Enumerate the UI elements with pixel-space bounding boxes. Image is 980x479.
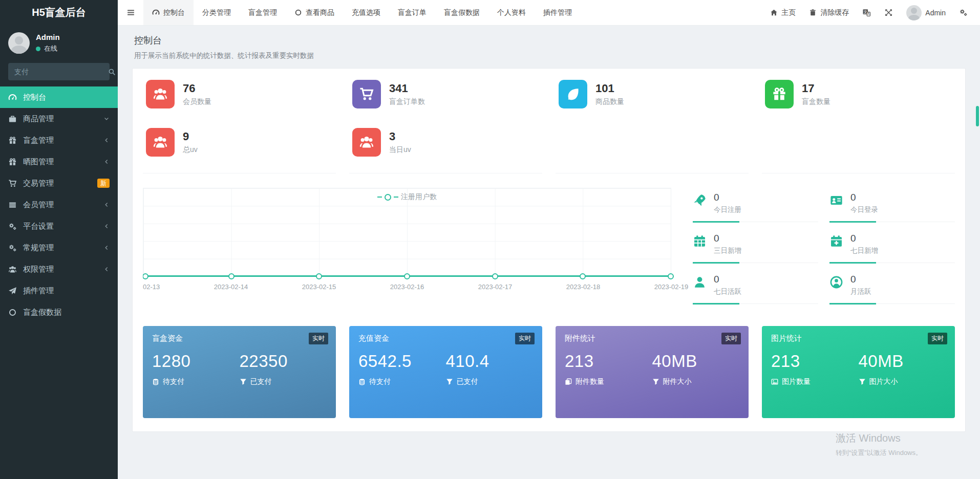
list-icon [8, 201, 17, 209]
sidebar-item-permission-management[interactable]: 权限管理 [0, 258, 118, 280]
mini-stat-seven-day-new: 0 七日新增 [829, 229, 955, 263]
stat-cell-empty [556, 128, 749, 173]
dashboard-panel: 76 会员数量 341 盲盒订单数 101 商品数量 [132, 68, 966, 432]
trash-icon [809, 9, 817, 16]
tab-dashboard[interactable]: 控制台 [143, 0, 194, 25]
home-link[interactable]: 主页 [770, 8, 796, 17]
scrollbar-thumb[interactable] [976, 106, 979, 126]
sidebar-item-blindbox-management[interactable]: 盲盒管理 [0, 129, 118, 151]
card-title: 充值资金 [358, 334, 533, 343]
tab-label: 充值选项 [352, 8, 380, 17]
page-header: 控制台 用于展示当前系统中的统计数据、统计报表及重要实时数据 [132, 26, 966, 68]
stat-label: 盲盒数量 [802, 97, 830, 106]
mini-stat-today-registered: 0 今日注册 [693, 188, 818, 222]
data-point[interactable] [668, 273, 674, 279]
user-name: Admin [36, 33, 60, 41]
sidebar-search [8, 63, 110, 80]
clear-cache-button[interactable]: 清除缓存 [809, 8, 849, 17]
stats-card-images: 图片统计 实时 213 图片数量 40MB 图片大小 [762, 326, 955, 418]
realtime-badge: 实时 [721, 333, 741, 344]
x-tick: 2023-02-15 [302, 283, 336, 291]
tab-blindbox-orders[interactable]: 盲盒订单 [389, 0, 435, 25]
windows-activation-watermark: 激活 Windows 转到“设置”以激活 Windows。 [836, 431, 922, 458]
circle-o-icon [8, 308, 17, 317]
home-label: 主页 [781, 8, 796, 17]
tab-blindbox-fake-data[interactable]: 盲盒假数据 [435, 0, 488, 25]
registered-users-chart: 注册用户数 02-13 [143, 188, 693, 311]
tab-label: 盲盒假数据 [444, 8, 480, 17]
card-value-label: 图片数量 [782, 377, 811, 386]
mini-stat-value: 0 [850, 192, 878, 203]
tab-category-management[interactable]: 分类管理 [194, 0, 240, 25]
circle-o-icon [294, 9, 302, 16]
tab-label: 个人资料 [497, 8, 526, 17]
chart-legend[interactable]: 注册用户数 [377, 192, 437, 202]
card-value: 40MB [859, 352, 946, 371]
mini-stat-label: 七日活跃 [714, 287, 741, 296]
stat-card-products: 101 商品数量 [556, 80, 749, 108]
gift-icon [8, 158, 17, 166]
users-icon [146, 128, 175, 157]
stat-value: 3 [389, 130, 411, 143]
page-subtitle: 用于展示当前系统中的统计数据、统计报表及重要实时数据 [134, 51, 964, 60]
data-point[interactable] [228, 273, 235, 279]
sidebar-item-label: 常规管理 [23, 243, 54, 253]
chevron-left-icon [103, 137, 110, 143]
send-icon [8, 287, 17, 295]
sidebar-item-platform-settings[interactable]: 平台设置 [0, 215, 118, 237]
page-title: 控制台 [134, 34, 964, 47]
tab-label: 查看商品 [306, 8, 334, 17]
chevron-left-icon [103, 245, 110, 251]
tab-profile[interactable]: 个人资料 [488, 0, 535, 25]
tab-view-products[interactable]: 查看商品 [286, 0, 343, 25]
tab-label: 盲盒订单 [398, 8, 427, 17]
sidebar-item-product-management[interactable]: 商品管理 [0, 108, 118, 129]
sidebar-item-plugin-management[interactable]: 插件管理 [0, 280, 118, 301]
mini-stat-value: 0 [714, 274, 741, 285]
search-icon[interactable] [108, 68, 116, 76]
tab-plugin-management[interactable]: 插件管理 [535, 0, 581, 25]
card-value: 6542.5 [358, 352, 446, 371]
sidebar-toggle-button[interactable] [118, 0, 143, 25]
sidebar-item-photo-management[interactable]: 晒图管理 [0, 151, 118, 172]
stat-cards-row-2: 9 总uv 3 当日uv [143, 128, 955, 173]
top-navbar: 控制台 分类管理 盲盒管理 查看商品 充值选项 盲盒订单 盲盒假数据 个人资料 … [118, 0, 980, 26]
fullscreen-icon[interactable] [884, 8, 893, 17]
stat-card-blindboxes: 17 盲盒数量 [762, 80, 955, 108]
app-title: H5盲盒后台 [0, 0, 118, 25]
gear-icon[interactable] [959, 8, 968, 17]
chevron-left-icon [103, 266, 110, 272]
tab-recharge-options[interactable]: 充值选项 [343, 0, 389, 25]
card-value-label: 图片大小 [869, 377, 898, 386]
cart-icon [352, 80, 381, 108]
realtime-badge: 实时 [928, 333, 947, 344]
sidebar-item-general-management[interactable]: 常规管理 [0, 237, 118, 258]
sidebar-item-blindbox-fake-data[interactable]: 盲盒假数据 [0, 301, 118, 323]
translate-icon[interactable] [862, 8, 871, 17]
sidebar-item-label: 控制台 [23, 93, 46, 102]
user-icon [693, 275, 707, 289]
tab-blindbox-management[interactable]: 盲盒管理 [240, 0, 286, 25]
gift-icon [765, 80, 794, 108]
sidebar-item-label: 权限管理 [23, 265, 54, 274]
search-input[interactable] [13, 67, 108, 76]
x-tick: 2023-02-18 [566, 283, 601, 291]
data-point[interactable] [316, 273, 322, 279]
stat-card-daily-uv: 3 当日uv [349, 128, 542, 173]
data-point[interactable] [492, 273, 498, 279]
legend-line [377, 197, 382, 198]
watermark-line2: 转到“设置”以激活 Windows。 [836, 448, 922, 458]
sidebar-item-dashboard[interactable]: 控制台 [0, 86, 118, 108]
sidebar-item-member-management[interactable]: 会员管理 [0, 194, 118, 215]
user-name: Admin [925, 9, 946, 17]
data-point[interactable] [404, 273, 410, 279]
user-menu[interactable]: Admin [906, 5, 946, 20]
sidebar-item-trade-management[interactable]: 交易管理 新 [0, 172, 118, 194]
card-value-label: 待支付 [369, 377, 391, 386]
data-point[interactable] [143, 273, 148, 279]
card-value-label: 待支付 [163, 377, 184, 386]
data-point[interactable] [580, 273, 586, 279]
tab-label: 分类管理 [202, 8, 231, 17]
briefcase-icon [8, 115, 17, 123]
card-title: 图片统计 [771, 334, 946, 343]
